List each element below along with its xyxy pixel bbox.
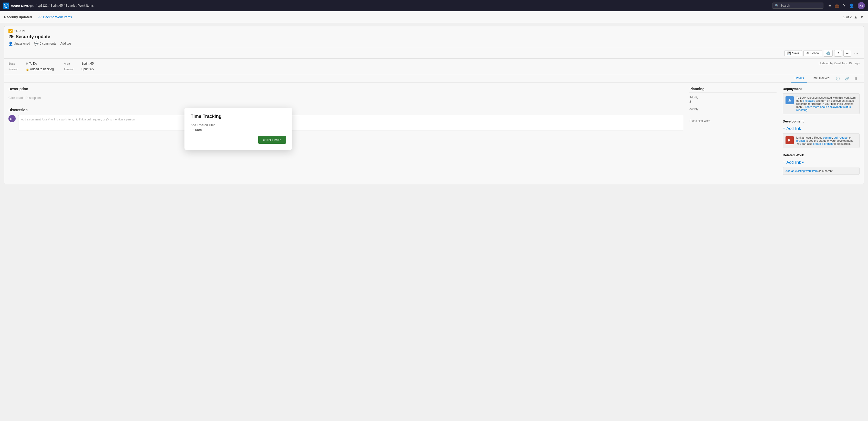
- create-branch-link[interactable]: create a branch: [813, 142, 833, 145]
- reason-field: Reason 🔒 Added to backlog: [8, 67, 54, 71]
- related-work-title: Related Work: [783, 153, 860, 157]
- tab-time-tracked[interactable]: Time Tracked: [808, 74, 833, 83]
- profile-icon[interactable]: 👤: [849, 3, 854, 8]
- search-placeholder: Search: [780, 4, 790, 7]
- save-button[interactable]: 💾 Save: [784, 50, 802, 56]
- discussion-avatar: KT: [8, 115, 16, 122]
- trash-icon[interactable]: 🗑: [852, 75, 860, 82]
- add-link-button[interactable]: + Add link: [783, 126, 860, 131]
- commit-link[interactable]: commit: [823, 136, 832, 139]
- plus-icon: +: [783, 126, 785, 131]
- state-field: State To Do: [8, 62, 54, 65]
- breadcrumb-workitems[interactable]: Work items: [79, 4, 94, 7]
- tab-details[interactable]: Details: [792, 74, 807, 83]
- activity-label: Activity: [689, 108, 777, 111]
- settings-button[interactable]: ⚙️: [824, 50, 833, 57]
- tabs-row: Details Time Tracked 🕐 🔗 🗑: [4, 74, 864, 83]
- breadcrumb-boards[interactable]: Boards: [66, 4, 75, 7]
- back-label: Back to Work Items: [43, 15, 72, 19]
- history-icon[interactable]: 🕐: [834, 75, 842, 82]
- app-name: Azure DevOps: [11, 4, 34, 8]
- link-icon[interactable]: 🔗: [843, 75, 851, 82]
- time-tracking-modal: Time Tracking Add Tracked Time 0h 00m St…: [184, 108, 292, 150]
- planning-column: Planning Priority 2 Activity Remaining W…: [689, 87, 777, 180]
- area-value[interactable]: Sprint 65: [82, 62, 94, 65]
- deployment-card: To track releases associated with this w…: [783, 93, 860, 114]
- nav-divider: [35, 14, 35, 20]
- state-text: To Do: [29, 62, 37, 65]
- list-icon[interactable]: ≡: [829, 3, 831, 8]
- deployment-title: Deployment: [783, 87, 860, 91]
- app-logo[interactable]: Azure DevOps: [3, 3, 34, 9]
- related-add-label: Add link: [786, 160, 801, 165]
- pagination-down-arrow[interactable]: ▼: [860, 15, 864, 20]
- briefcase-icon[interactable]: 💼: [834, 3, 840, 8]
- undo-button[interactable]: ↩: [843, 50, 851, 57]
- work-item-body: Description Click to add Description Dis…: [4, 83, 864, 184]
- reason-value[interactable]: 🔒 Added to backlog: [26, 67, 54, 71]
- eye-icon: 👁: [806, 52, 809, 55]
- start-timer-button[interactable]: Start Timer: [258, 136, 286, 144]
- user-avatar[interactable]: KT: [858, 2, 865, 9]
- help-icon[interactable]: ?: [843, 3, 845, 8]
- recently-updated-label: Recently updated: [4, 15, 32, 19]
- breadcrumb-sprint[interactable]: Sprint 65: [51, 4, 63, 7]
- tracked-time-value: 0h 00m: [191, 128, 286, 132]
- releases-link[interactable]: Releases: [803, 99, 815, 102]
- iteration-field: Iteration Sprint 65: [64, 67, 94, 71]
- chevron-down-icon: ▾: [802, 160, 804, 165]
- top-nav: Azure DevOps / sg3121 / Sprint 65 / Boar…: [0, 0, 868, 11]
- add-link-label: Add link: [786, 126, 801, 131]
- description-title: Description: [8, 87, 683, 91]
- development-card: R Link an Azure Repos commit, pull reque…: [783, 133, 860, 148]
- user-circle-icon: 👤: [8, 41, 13, 46]
- work-item-header: TASK 29 29 Security update 👤 Unassigned …: [4, 26, 864, 48]
- left-column: Description Click to add Description Dis…: [8, 87, 683, 180]
- breadcrumb-org[interactable]: sg3121: [37, 4, 48, 7]
- deployment-icon: [785, 96, 794, 104]
- area-field-group: Area Sprint 65 Iteration Sprint 65: [64, 62, 94, 71]
- state-value[interactable]: To Do: [26, 62, 37, 65]
- pull-request-link[interactable]: pull request: [834, 136, 848, 139]
- description-placeholder[interactable]: Click to add Description: [8, 94, 683, 102]
- work-item-card: TASK 29 29 Security update 👤 Unassigned …: [4, 26, 864, 184]
- area-label: Area: [64, 62, 80, 65]
- related-work-section: Related Work + Add link ▾ Add an existin…: [783, 153, 860, 175]
- more-options-button[interactable]: ···: [852, 50, 860, 57]
- activity-value[interactable]: [689, 111, 777, 115]
- refresh-button[interactable]: ↺: [834, 50, 842, 57]
- search-box[interactable]: 🔍 Search: [772, 3, 824, 9]
- branch-link[interactable]: branch: [796, 139, 805, 142]
- task-icon: [8, 29, 12, 33]
- related-plus-icon: +: [783, 160, 785, 165]
- save-label: Save: [792, 52, 799, 55]
- remaining-work-value[interactable]: [689, 123, 777, 127]
- refresh-icon: ↺: [836, 51, 840, 55]
- main-content: TASK 29 29 Security update 👤 Unassigned …: [0, 23, 868, 421]
- back-to-work-items-button[interactable]: ↩ Back to Work Items: [38, 14, 72, 20]
- discussion-input[interactable]: Add a comment. Use # to link a work item…: [18, 115, 683, 130]
- azure-devops-icon: [3, 3, 9, 9]
- area-field: Area Sprint 65: [64, 62, 94, 65]
- discussion-input-row: KT Add a comment. Use # to link a work i…: [8, 115, 683, 130]
- iteration-value[interactable]: Sprint 65: [82, 67, 94, 71]
- comments-count[interactable]: 💬 0 comments: [34, 41, 56, 46]
- activity-field: Activity: [689, 108, 777, 115]
- development-title: Development: [783, 119, 860, 123]
- follow-button[interactable]: 👁 Follow: [803, 50, 822, 56]
- related-add-link-button[interactable]: + Add link ▾: [783, 160, 860, 165]
- secondary-nav: Recently updated ↩ Back to Work Items 2 …: [0, 11, 868, 23]
- work-item-title-text: Security update: [16, 34, 50, 39]
- priority-value[interactable]: 2: [689, 99, 777, 103]
- breadcrumb: / sg3121 / Sprint 65 / Boards / Work ite…: [36, 4, 94, 7]
- assigned-to[interactable]: 👤 Unassigned: [8, 41, 30, 46]
- pagination-up-arrow[interactable]: ▲: [854, 15, 858, 20]
- add-tag-button[interactable]: Add tag: [60, 42, 71, 46]
- existing-work-item-link[interactable]: Add an existing work item: [785, 169, 817, 173]
- learn-more-link[interactable]: Learn more about deployment status repor…: [796, 105, 851, 112]
- planning-title: Planning: [689, 87, 777, 93]
- work-item-meta: 👤 Unassigned 💬 0 comments Add tag: [8, 41, 860, 46]
- gear-icon: ⚙️: [826, 51, 830, 55]
- follow-label: Follow: [810, 52, 819, 55]
- search-icon: 🔍: [775, 4, 779, 7]
